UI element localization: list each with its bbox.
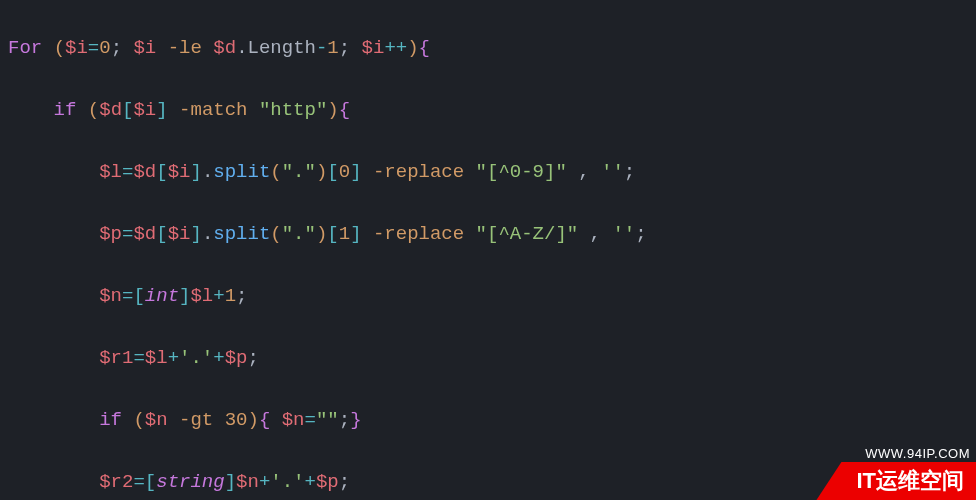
- var-l: $l: [190, 285, 213, 307]
- var-i: $i: [133, 99, 156, 121]
- type-int: int: [145, 285, 179, 307]
- var-d: $d: [99, 99, 122, 121]
- keyword-for: For: [8, 37, 42, 59]
- brace-open: {: [259, 409, 270, 431]
- paren-open: (: [88, 99, 99, 121]
- string-dot: '.': [179, 347, 213, 369]
- op-eq: =: [133, 347, 144, 369]
- paren-close: ): [316, 223, 327, 245]
- op-eq: =: [122, 223, 133, 245]
- bracket-open: [: [145, 471, 156, 493]
- num-0: 0: [99, 37, 110, 59]
- bracket-close: ]: [350, 161, 361, 183]
- var-d: $d: [133, 223, 156, 245]
- var-i: $i: [133, 37, 156, 59]
- semicolon: ;: [339, 37, 350, 59]
- code-line: if ($d[$i] -match "http"){: [8, 95, 968, 126]
- var-i: $i: [65, 37, 88, 59]
- op-eq: =: [122, 161, 133, 183]
- num-1: 1: [225, 285, 236, 307]
- paren-close: ): [327, 99, 338, 121]
- string-regex: "[^0-9]": [476, 161, 567, 183]
- var-n: $n: [145, 409, 168, 431]
- type-string: string: [156, 471, 224, 493]
- string-empty: "": [316, 409, 339, 431]
- var-p: $p: [316, 471, 339, 493]
- code-editor: For ($i=0; $i -le $d.Length-1; $i++){ if…: [0, 0, 976, 500]
- code-line: $n=[int]$l+1;: [8, 281, 968, 312]
- watermark-text: IT运维空间: [816, 462, 976, 500]
- bracket-close: ]: [190, 223, 201, 245]
- op-le: -le: [168, 37, 202, 59]
- var-r2: $r2: [99, 471, 133, 493]
- string-regex: "[^A-Z/]": [476, 223, 579, 245]
- bracket-open: [: [327, 223, 338, 245]
- op-plus: +: [168, 347, 179, 369]
- op-eq: =: [305, 409, 316, 431]
- code-line: if ($n -gt 30){ $n="";}: [8, 405, 968, 436]
- fn-split: split: [213, 223, 270, 245]
- paren-open: (: [270, 223, 281, 245]
- string-empty: '': [612, 223, 635, 245]
- op-eq: =: [88, 37, 99, 59]
- semicolon: ;: [236, 285, 247, 307]
- var-i: $i: [168, 223, 191, 245]
- bracket-open: [: [133, 285, 144, 307]
- watermark-url: WWW.94IP.COM: [816, 446, 976, 461]
- comma: ,: [578, 161, 589, 183]
- bracket-close: ]: [350, 223, 361, 245]
- bracket-open: [: [122, 99, 133, 121]
- var-l: $l: [99, 161, 122, 183]
- bracket-close: ]: [225, 471, 236, 493]
- code-line: $l=$d[$i].split(".")[0] -replace "[^0-9]…: [8, 157, 968, 188]
- op-eq: =: [122, 285, 133, 307]
- op-match: -match: [179, 99, 247, 121]
- var-r1: $r1: [99, 347, 133, 369]
- paren-open: (: [54, 37, 65, 59]
- var-n: $n: [99, 285, 122, 307]
- bracket-close: ]: [190, 161, 201, 183]
- op-plus: +: [305, 471, 316, 493]
- keyword-if: if: [54, 99, 77, 121]
- string-http: "http": [259, 99, 327, 121]
- prop-length: Length: [248, 37, 316, 59]
- string-empty: '': [601, 161, 624, 183]
- op-plus: +: [213, 285, 224, 307]
- paren-close: ): [248, 409, 259, 431]
- dot: .: [202, 223, 213, 245]
- bracket-open: [: [156, 161, 167, 183]
- op-replace: -replace: [373, 223, 464, 245]
- op-replace: -replace: [373, 161, 464, 183]
- paren-open: (: [133, 409, 144, 431]
- num-1: 1: [327, 37, 338, 59]
- num-30: 30: [225, 409, 248, 431]
- watermark: WWW.94IP.COM IT运维空间: [816, 446, 976, 500]
- bracket-close: ]: [179, 285, 190, 307]
- keyword-if: if: [99, 409, 122, 431]
- num-1: 1: [339, 223, 350, 245]
- bracket-open: [: [327, 161, 338, 183]
- var-n: $n: [282, 409, 305, 431]
- code-line: For ($i=0; $i -le $d.Length-1; $i++){: [8, 33, 968, 64]
- semicolon: ;: [635, 223, 646, 245]
- brace-open: {: [419, 37, 430, 59]
- brace-close: }: [350, 409, 361, 431]
- string-dot: '.': [270, 471, 304, 493]
- op-inc: ++: [384, 37, 407, 59]
- var-l: $l: [145, 347, 168, 369]
- brace-open: {: [339, 99, 350, 121]
- op-minus: -: [316, 37, 327, 59]
- bracket-open: [: [156, 223, 167, 245]
- var-i: $i: [362, 37, 385, 59]
- comma: ,: [590, 223, 601, 245]
- dot: .: [202, 161, 213, 183]
- bracket-close: ]: [156, 99, 167, 121]
- fn-split: split: [213, 161, 270, 183]
- var-p: $p: [225, 347, 248, 369]
- op-plus: +: [259, 471, 270, 493]
- paren-close: ): [407, 37, 418, 59]
- var-i: $i: [168, 161, 191, 183]
- semicolon: ;: [111, 37, 122, 59]
- semicolon: ;: [624, 161, 635, 183]
- code-line: $p=$d[$i].split(".")[1] -replace "[^A-Z/…: [8, 219, 968, 250]
